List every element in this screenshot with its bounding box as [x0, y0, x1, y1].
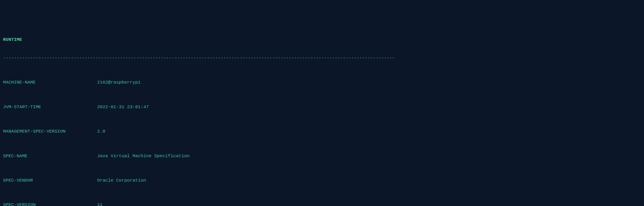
key-spec-version: SPEC-VERSION — [3, 202, 97, 206]
value-spec-version: 11 — [97, 202, 644, 206]
section-header: RUNTIME — [0, 37, 644, 43]
key-jvm-start-time: JVM-START-TIME — [3, 104, 97, 110]
value-spec-name: Java Virtual Machine Specification — [97, 153, 644, 159]
key-machine-name: MACHINE-NAME — [3, 80, 97, 86]
runtime-row-machine-name: MACHINE-NAME 2162@raspberrypi — [0, 80, 644, 86]
runtime-section: RUNTIME --------------------------------… — [0, 24, 644, 206]
value-spec-vendor: Oracle Corporation — [97, 178, 644, 184]
runtime-row-spec-name: SPEC-NAME Java Virtual Machine Specifica… — [0, 153, 644, 159]
runtime-row-spec-version: SPEC-VERSION 11 — [0, 202, 644, 206]
value-jvm-start-time: 2022-01-31 23:01:47 — [97, 104, 644, 110]
runtime-row-management-spec-version: MANAGEMENT-SPEC-VERSION 2.0 — [0, 128, 644, 134]
runtime-row-jvm-start-time: JVM-START-TIME 2022-01-31 23:01:47 — [0, 104, 644, 110]
section-divider: ----------------------------------------… — [0, 55, 644, 61]
key-management-spec-version: MANAGEMENT-SPEC-VERSION — [3, 128, 97, 134]
key-spec-name: SPEC-NAME — [3, 153, 97, 159]
key-spec-vendor: SPEC-VENDOR — [3, 178, 97, 184]
runtime-row-spec-vendor: SPEC-VENDOR Oracle Corporation — [0, 178, 644, 184]
value-machine-name: 2162@raspberrypi — [97, 80, 644, 86]
value-management-spec-version: 2.0 — [97, 128, 644, 134]
